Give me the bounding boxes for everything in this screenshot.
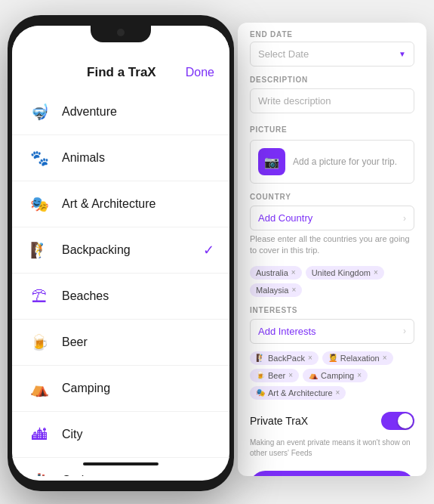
camera-icon: 📷 (258, 148, 285, 175)
item-icon-beer: 🍺 (27, 330, 51, 354)
country-tag-remove[interactable]: × (291, 286, 296, 294)
list-item-cruises[interactable]: 🚢 Cruises (12, 458, 229, 476)
interest-tag: ⛺Camping× (303, 369, 368, 382)
interest-tag: 🧗BackPack× (250, 351, 319, 365)
add-country-text: Add Country (258, 212, 312, 224)
item-label-animals: Animals (62, 151, 214, 165)
phone-camera (117, 29, 125, 36)
trip-panel: End Date Select Date Description Write d… (238, 23, 426, 476)
item-label-beaches: Beaches (62, 289, 214, 303)
add-country-field[interactable]: Add Country › (250, 206, 414, 230)
add-interests-text: Add Interests (258, 326, 316, 337)
interest-tag-label: Camping (321, 371, 354, 380)
panel-content: End Date Select Date Description Write d… (238, 23, 426, 476)
country-label: Country (250, 193, 414, 201)
interest-tag-label: Beer (268, 371, 285, 380)
description-placeholder: Write description (258, 95, 331, 107)
done-button[interactable]: Done (186, 66, 214, 79)
item-label-art: Art & Architecture (62, 197, 214, 211)
private-note: Making an event private means it won't s… (238, 438, 426, 466)
list-item-beaches[interactable]: ⛱ Beaches (12, 274, 229, 320)
country-tag-label: United Kingdom (312, 268, 371, 277)
item-label-camping: Camping (62, 382, 214, 395)
item-label-beer: Beer (62, 335, 214, 349)
list-item-beer[interactable]: 🍺 Beer (12, 320, 229, 366)
item-icon-city: 🏙 (27, 422, 51, 447)
picture-text: Add a picture for your trip. (293, 156, 397, 167)
item-label-backpacking: Backpacking (62, 243, 203, 257)
country-tag: Malaysia× (250, 283, 302, 297)
end-date-label: End Date (238, 23, 426, 42)
interest-tag: 💆Relaxation× (322, 351, 393, 365)
get-started-button[interactable]: GET STARTED (250, 471, 414, 476)
item-icon-art: 🎭 (27, 192, 51, 216)
item-label-cruises: Cruises (62, 474, 214, 476)
item-check-backpacking: ✓ (203, 242, 214, 258)
interest-tags: 🧗BackPack×💆Relaxation×🍺Beer×⛺Camping×🎭Ar… (238, 347, 426, 404)
country-tag-label: Australia (256, 268, 288, 277)
picture-label: Picture (250, 125, 414, 134)
phone-screen: Find a TraX Done 🤿 Adventure 🐾 Animals 🎭… (12, 26, 229, 481)
chevron-right-icon: › (403, 213, 406, 224)
country-hint: Please enter all the countries you are g… (238, 233, 426, 257)
description-label: Description (250, 76, 414, 84)
picture-box[interactable]: 📷 Add a picture for your trip. (250, 140, 414, 184)
home-indicator (83, 462, 159, 465)
list-item-backpacking[interactable]: 🧗 Backpacking ✓ (12, 227, 229, 274)
interest-tag-remove[interactable]: × (288, 371, 293, 379)
country-tag: United Kingdom× (306, 266, 384, 280)
interest-tag-icon: ⛺ (309, 371, 318, 379)
private-row: Private TraX (238, 404, 426, 438)
private-label: Private TraX (250, 415, 308, 427)
list-item-animals[interactable]: 🐾 Animals (12, 135, 229, 181)
end-date-placeholder: Select Date (258, 48, 309, 60)
country-tags: Australia×United Kingdom×Malaysia× (238, 261, 426, 301)
country-tag: Australia× (250, 266, 302, 280)
phone-list: 🤿 Adventure 🐾 Animals 🎭 Art & Architectu… (12, 89, 229, 476)
country-tag-remove[interactable]: × (374, 268, 378, 277)
interest-tag-icon: 💆 (328, 354, 337, 362)
interest-tag-label: Relaxation (340, 354, 380, 363)
interest-tag-icon: 🧗 (256, 354, 265, 362)
add-interests-field[interactable]: Add Interests › (250, 319, 414, 344)
list-item-city[interactable]: 🏙 City (12, 412, 229, 458)
item-icon-cruises: 🚢 (27, 468, 51, 476)
interest-tag-remove[interactable]: × (357, 371, 362, 379)
phone-device: Find a TraX Done 🤿 Adventure 🐾 Animals 🎭… (8, 15, 234, 491)
country-tag-label: Malaysia (256, 286, 288, 295)
interest-tag-label: Art & Architecture (268, 388, 333, 397)
interest-tag-remove[interactable]: × (383, 354, 387, 362)
end-date-field[interactable]: Select Date (250, 42, 414, 66)
country-tag-remove[interactable]: × (291, 268, 296, 277)
toggle-knob (398, 413, 413, 428)
interest-tag-remove[interactable]: × (308, 354, 312, 362)
item-label-city: City (62, 428, 214, 441)
interest-tag: 🎭Art & Architecture× (250, 386, 346, 400)
description-field[interactable]: Write description (250, 88, 414, 113)
interest-tag-icon: 🍺 (256, 371, 265, 379)
interest-tag-icon: 🎭 (256, 388, 265, 397)
item-label-adventure: Adventure (62, 105, 214, 119)
list-item-adventure[interactable]: 🤿 Adventure (12, 89, 229, 135)
item-icon-adventure: 🤿 (27, 100, 51, 124)
list-item-camping[interactable]: ⛺ Camping (12, 366, 229, 412)
list-item-art[interactable]: 🎭 Art & Architecture (12, 181, 229, 227)
item-icon-camping: ⛺ (27, 376, 51, 400)
private-toggle[interactable] (381, 412, 414, 430)
phone-title: Find a TraX (87, 65, 156, 80)
scene: Find a TraX Done 🤿 Adventure 🐾 Animals 🎭… (0, 0, 434, 504)
item-icon-backpacking: 🧗 (27, 238, 51, 262)
chevron-right-interests-icon: › (403, 326, 406, 336)
item-icon-beaches: ⛱ (27, 284, 51, 308)
interest-tag: 🍺Beer× (250, 369, 299, 382)
item-icon-animals: 🐾 (27, 146, 51, 170)
interests-label: Interests (250, 306, 414, 314)
interest-tag-label: BackPack (268, 354, 305, 363)
interest-tag-remove[interactable]: × (336, 388, 340, 397)
